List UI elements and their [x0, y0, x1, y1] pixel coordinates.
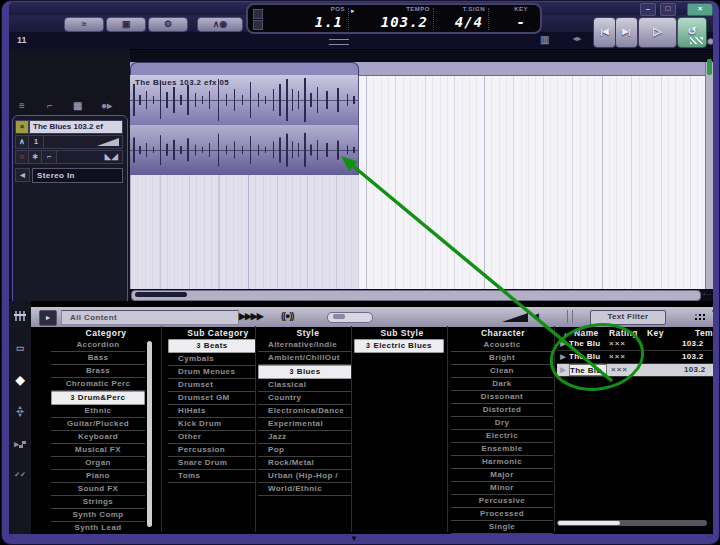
- collapse-handle-icon[interactable]: ▼: [350, 534, 358, 543]
- subcategory-item[interactable]: Toms: [168, 470, 256, 483]
- result-rating[interactable]: ×××: [605, 351, 649, 363]
- vertical-scrollbar[interactable]: [705, 62, 713, 289]
- attributes-icon[interactable]: [695, 314, 697, 316]
- category-item[interactable]: Musical FX: [51, 444, 145, 457]
- character-item[interactable]: Dark: [451, 378, 553, 391]
- preview-volume-ramp[interactable]: [502, 313, 528, 322]
- sort-icon[interactable]: ▴: [564, 330, 567, 337]
- go-to-start-button[interactable]: |◀: [593, 17, 616, 48]
- character-item[interactable]: Processed: [451, 508, 553, 521]
- results-header-tempo[interactable]: Tempo: [695, 328, 713, 338]
- preview-slider[interactable]: [327, 312, 373, 323]
- track-name[interactable]: The Blues 103.2 ef: [29, 120, 123, 134]
- category-item[interactable]: Organ: [51, 457, 145, 470]
- preview-play-icon[interactable]: ▶: [557, 351, 569, 363]
- media-button[interactable]: ▣: [106, 17, 146, 32]
- category-item[interactable]: Chromatic Perc: [51, 378, 145, 391]
- character-item[interactable]: Harmonic: [451, 456, 553, 469]
- audio-clip[interactable]: [130, 75, 359, 175]
- text-filter-button[interactable]: Text Filter: [590, 310, 666, 325]
- category-item[interactable]: Bass: [51, 352, 145, 365]
- results-header-rating[interactable]: Rating: [609, 328, 645, 338]
- mute-button[interactable]: ×: [15, 120, 29, 134]
- arranger-mode-button[interactable]: ≈: [64, 17, 104, 32]
- jog-icon[interactable]: ◂▸: [573, 34, 581, 43]
- scrollbar-thumb[interactable]: [135, 292, 187, 297]
- category-item[interactable]: Accordion: [51, 339, 145, 352]
- result-rating[interactable]: ×××: [607, 364, 651, 376]
- character-item[interactable]: Clean: [451, 365, 553, 378]
- result-row[interactable]: ▶ The Blu ××× 103.2: [557, 364, 713, 377]
- character-item[interactable]: Ensemble: [451, 443, 553, 456]
- result-row[interactable]: ▶ The Blu ××× 103.2: [557, 351, 713, 364]
- character-item[interactable]: Bright: [451, 352, 553, 365]
- style-item[interactable]: Electronica/Dance: [258, 405, 352, 418]
- go-to-end-button[interactable]: ▶|: [615, 17, 638, 48]
- freeze-button[interactable]: ∗: [29, 150, 42, 164]
- lcd-time-signature[interactable]: T.SIGN 4/4: [434, 5, 488, 32]
- subcategory-item[interactable]: Drumset: [168, 379, 256, 392]
- content-filter-field[interactable]: All Content: [61, 310, 239, 325]
- category-item[interactable]: Keyboard: [51, 431, 145, 444]
- autoplay-icon[interactable]: ▶▶▶▶: [239, 311, 263, 321]
- results-header-key[interactable]: Key: [647, 328, 673, 338]
- style-item[interactable]: Urban (Hip-Hop /: [258, 470, 352, 483]
- substyle-item[interactable]: 3Electric Blues: [354, 339, 444, 353]
- lcd-position[interactable]: POS 1.1: [248, 5, 348, 32]
- subcategory-item[interactable]: Snare Drum: [168, 457, 256, 470]
- style-item[interactable]: Rock/Metal: [258, 457, 352, 470]
- horizontal-scrollbar[interactable]: [131, 290, 701, 301]
- style-item[interactable]: Experimental: [258, 418, 352, 431]
- fade-controls[interactable]: ◣◢: [57, 150, 123, 164]
- subcategory-item[interactable]: HiHats: [168, 405, 256, 418]
- track-inspector-button[interactable]: ▭: [9, 343, 31, 353]
- character-item[interactable]: Single: [451, 521, 553, 534]
- category-item[interactable]: Ethnic: [51, 405, 145, 418]
- lcd-key[interactable]: KEY -: [489, 5, 531, 32]
- input-name[interactable]: Stereo In: [32, 168, 123, 183]
- maximize-button[interactable]: □: [660, 3, 676, 16]
- category-item[interactable]: Guitar/Plucked: [51, 418, 145, 431]
- clip-header[interactable]: [130, 62, 359, 75]
- volume-control[interactable]: [44, 135, 123, 149]
- column-header-subcategory[interactable]: Sub Category: [168, 328, 268, 338]
- subcategory-item[interactable]: Drum Menues: [168, 366, 256, 379]
- category-item[interactable]: Brass: [51, 365, 145, 378]
- subcategory-item[interactable]: Cymbals: [168, 353, 256, 366]
- result-row[interactable]: ▶ The Blu ××× 103.2: [557, 338, 713, 351]
- input-button[interactable]: ◀: [15, 168, 30, 182]
- slider-thumb[interactable]: [333, 314, 345, 319]
- style-item[interactable]: Classical: [258, 379, 352, 392]
- subcategory-item[interactable]: 3Beats: [168, 339, 256, 353]
- settings-page-button[interactable]: ✓✓: [9, 471, 31, 479]
- results-scrollbar[interactable]: [557, 520, 707, 526]
- record-enable-button[interactable]: ○: [15, 150, 29, 164]
- resize-grip[interactable]: [707, 38, 713, 45]
- column-header-substyle[interactable]: Sub Style: [354, 328, 450, 338]
- style-item[interactable]: World/Ethnic: [258, 483, 352, 496]
- category-item[interactable]: Synth Comp: [51, 509, 145, 522]
- preview-speaker-icon[interactable]: ((●)): [281, 311, 293, 321]
- step-button[interactable]: ⌐: [42, 150, 57, 164]
- close-button[interactable]: ×: [687, 3, 713, 16]
- style-item[interactable]: Alternative/Indie: [258, 339, 352, 352]
- performance-page-button[interactable]: ▸: [9, 439, 31, 449]
- subcategory-item[interactable]: Percussion: [168, 444, 256, 457]
- style-item[interactable]: Jazz: [258, 431, 352, 444]
- grid-icon[interactable]: ▦: [73, 100, 82, 111]
- column-header-style[interactable]: Style: [258, 328, 358, 338]
- category-scrollbar[interactable]: [147, 341, 152, 527]
- character-item[interactable]: Dry: [451, 417, 553, 430]
- style-item[interactable]: Country: [258, 392, 352, 405]
- character-item[interactable]: Percussive: [451, 495, 553, 508]
- minimize-button[interactable]: –: [640, 3, 656, 16]
- metronome-icon[interactable]: ▥: [540, 34, 549, 45]
- play-button[interactable]: ▷: [638, 17, 677, 48]
- result-rating[interactable]: ×××: [605, 338, 649, 350]
- category-item[interactable]: 3Drum&Perc: [51, 391, 145, 405]
- results-scrollbar-thumb[interactable]: [558, 521, 620, 525]
- category-item[interactable]: Strings: [51, 496, 145, 509]
- character-item[interactable]: Electric: [451, 430, 553, 443]
- character-item[interactable]: Dissonant: [451, 391, 553, 404]
- editor-page-button[interactable]: ▴◂ ▸▾: [9, 405, 31, 417]
